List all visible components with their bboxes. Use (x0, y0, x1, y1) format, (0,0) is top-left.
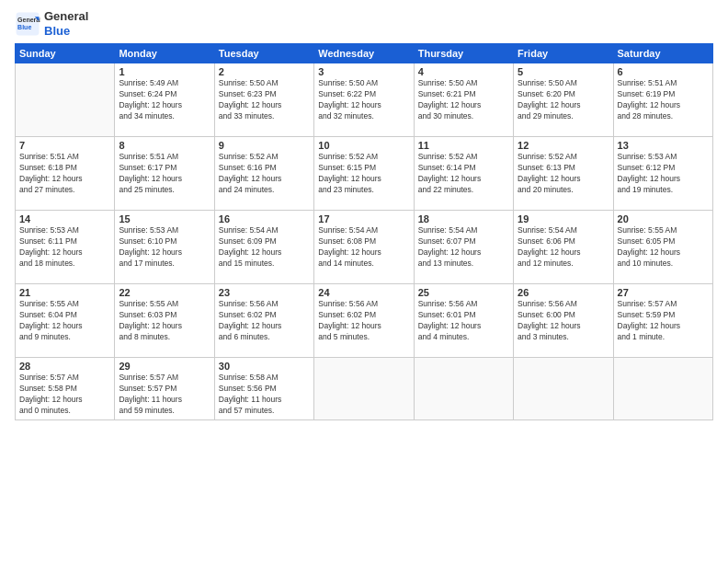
calendar-cell: 8Sunrise: 5:51 AMSunset: 6:17 PMDaylight… (115, 137, 214, 211)
calendar-cell: 27Sunrise: 5:57 AMSunset: 5:59 PMDayligh… (613, 284, 712, 358)
calendar-cell (16, 63, 115, 137)
calendar-cell: 30Sunrise: 5:58 AMSunset: 5:56 PMDayligh… (214, 358, 313, 420)
day-info: Sunrise: 5:51 AMSunset: 6:18 PMDaylight:… (19, 152, 110, 196)
day-info: Sunrise: 5:51 AMSunset: 6:17 PMDaylight:… (119, 152, 210, 196)
day-info: Sunrise: 5:54 AMSunset: 6:07 PMDaylight:… (418, 225, 509, 270)
day-info: Sunrise: 5:57 AMSunset: 5:57 PMDaylight:… (119, 373, 210, 417)
day-number: 23 (219, 287, 310, 298)
day-info: Sunrise: 5:53 AMSunset: 6:11 PMDaylight:… (19, 225, 110, 270)
day-number: 12 (518, 140, 609, 151)
day-number: 2 (219, 66, 310, 77)
calendar-cell (514, 358, 613, 420)
calendar-cell: 3Sunrise: 5:50 AMSunset: 6:22 PMDaylight… (314, 63, 414, 137)
calendar-cell: 17Sunrise: 5:54 AMSunset: 6:08 PMDayligh… (314, 211, 414, 284)
day-number: 25 (418, 287, 509, 298)
header-wednesday: Wednesday (314, 44, 414, 63)
day-number: 22 (119, 287, 210, 298)
day-info: Sunrise: 5:51 AMSunset: 6:19 PMDaylight:… (618, 78, 709, 122)
day-number: 15 (119, 213, 210, 224)
calendar-cell: 16Sunrise: 5:54 AMSunset: 6:09 PMDayligh… (214, 211, 313, 284)
day-number: 3 (318, 66, 409, 77)
calendar-cell: 12Sunrise: 5:52 AMSunset: 6:13 PMDayligh… (514, 137, 613, 211)
day-number: 26 (518, 287, 609, 298)
day-number: 19 (518, 213, 609, 224)
day-info: Sunrise: 5:55 AMSunset: 6:03 PMDaylight:… (119, 299, 210, 343)
day-info: Sunrise: 5:50 AMSunset: 6:23 PMDaylight:… (219, 78, 310, 122)
day-number: 4 (418, 66, 509, 77)
day-info: Sunrise: 5:53 AMSunset: 6:10 PMDaylight:… (119, 225, 210, 270)
day-info: Sunrise: 5:50 AMSunset: 6:22 PMDaylight:… (318, 78, 409, 122)
calendar-cell: 24Sunrise: 5:56 AMSunset: 6:02 PMDayligh… (314, 284, 414, 358)
day-number: 21 (19, 287, 110, 298)
calendar-cell: 6Sunrise: 5:51 AMSunset: 6:19 PMDaylight… (613, 63, 712, 137)
day-number: 13 (618, 140, 709, 151)
day-info: Sunrise: 5:50 AMSunset: 6:20 PMDaylight:… (518, 78, 609, 122)
day-number: 7 (19, 140, 110, 151)
svg-text:Blue: Blue (17, 24, 31, 30)
day-number: 16 (219, 213, 310, 224)
day-number: 9 (219, 140, 310, 151)
day-number: 5 (518, 66, 609, 77)
calendar-cell: 20Sunrise: 5:55 AMSunset: 6:05 PMDayligh… (613, 211, 712, 284)
day-info: Sunrise: 5:56 AMSunset: 6:02 PMDaylight:… (219, 299, 310, 343)
calendar-cell: 14Sunrise: 5:53 AMSunset: 6:11 PMDayligh… (16, 211, 115, 284)
day-number: 24 (318, 287, 409, 298)
day-number: 18 (418, 213, 509, 224)
logo-text: General Blue (44, 9, 88, 38)
logo-icon: General Blue (15, 11, 40, 37)
day-number: 29 (119, 361, 210, 372)
day-info: Sunrise: 5:56 AMSunset: 6:01 PMDaylight:… (418, 299, 509, 343)
day-info: Sunrise: 5:52 AMSunset: 6:16 PMDaylight:… (219, 152, 310, 196)
calendar-cell (314, 358, 414, 420)
calendar-cell: 18Sunrise: 5:54 AMSunset: 6:07 PMDayligh… (414, 211, 513, 284)
day-info: Sunrise: 5:54 AMSunset: 6:06 PMDaylight:… (518, 225, 609, 270)
day-number: 11 (418, 140, 509, 151)
day-number: 8 (119, 140, 210, 151)
logo: General Blue General Blue (15, 9, 88, 38)
calendar-cell (414, 358, 513, 420)
day-number: 6 (618, 66, 709, 77)
day-number: 30 (219, 361, 310, 372)
day-info: Sunrise: 5:54 AMSunset: 6:08 PMDaylight:… (318, 225, 409, 270)
day-info: Sunrise: 5:56 AMSunset: 6:00 PMDaylight:… (518, 299, 609, 343)
day-info: Sunrise: 5:55 AMSunset: 6:05 PMDaylight:… (618, 225, 709, 270)
day-info: Sunrise: 5:53 AMSunset: 6:12 PMDaylight:… (618, 152, 709, 196)
calendar: Sunday Monday Tuesday Wednesday Thursday… (15, 43, 713, 420)
day-info: Sunrise: 5:52 AMSunset: 6:15 PMDaylight:… (318, 152, 409, 196)
calendar-cell: 22Sunrise: 5:55 AMSunset: 6:03 PMDayligh… (115, 284, 214, 358)
calendar-cell: 19Sunrise: 5:54 AMSunset: 6:06 PMDayligh… (514, 211, 613, 284)
calendar-cell: 10Sunrise: 5:52 AMSunset: 6:15 PMDayligh… (314, 137, 414, 211)
calendar-cell: 11Sunrise: 5:52 AMSunset: 6:14 PMDayligh… (414, 137, 513, 211)
day-info: Sunrise: 5:54 AMSunset: 6:09 PMDaylight:… (219, 225, 310, 270)
header-sunday: Sunday (16, 44, 115, 63)
header-saturday: Saturday (613, 44, 712, 63)
day-number: 20 (618, 213, 709, 224)
day-number: 17 (318, 213, 409, 224)
header-tuesday: Tuesday (214, 44, 313, 63)
day-number: 28 (19, 361, 110, 372)
calendar-cell (613, 358, 712, 420)
calendar-cell: 7Sunrise: 5:51 AMSunset: 6:18 PMDaylight… (16, 137, 115, 211)
day-info: Sunrise: 5:56 AMSunset: 6:02 PMDaylight:… (318, 299, 409, 343)
calendar-cell: 1Sunrise: 5:49 AMSunset: 6:24 PMDaylight… (115, 63, 214, 137)
day-info: Sunrise: 5:52 AMSunset: 6:13 PMDaylight:… (518, 152, 609, 196)
calendar-cell: 29Sunrise: 5:57 AMSunset: 5:57 PMDayligh… (115, 358, 214, 420)
day-info: Sunrise: 5:58 AMSunset: 5:56 PMDaylight:… (219, 373, 310, 417)
calendar-cell: 25Sunrise: 5:56 AMSunset: 6:01 PMDayligh… (414, 284, 513, 358)
calendar-cell: 2Sunrise: 5:50 AMSunset: 6:23 PMDaylight… (214, 63, 313, 137)
calendar-cell: 9Sunrise: 5:52 AMSunset: 6:16 PMDaylight… (214, 137, 313, 211)
calendar-cell: 5Sunrise: 5:50 AMSunset: 6:20 PMDaylight… (514, 63, 613, 137)
calendar-cell: 23Sunrise: 5:56 AMSunset: 6:02 PMDayligh… (214, 284, 313, 358)
day-info: Sunrise: 5:50 AMSunset: 6:21 PMDaylight:… (418, 78, 509, 122)
day-info: Sunrise: 5:49 AMSunset: 6:24 PMDaylight:… (119, 78, 210, 122)
calendar-cell: 13Sunrise: 5:53 AMSunset: 6:12 PMDayligh… (613, 137, 712, 211)
calendar-cell: 21Sunrise: 5:55 AMSunset: 6:04 PMDayligh… (16, 284, 115, 358)
day-info: Sunrise: 5:55 AMSunset: 6:04 PMDaylight:… (19, 299, 110, 343)
day-info: Sunrise: 5:57 AMSunset: 5:58 PMDaylight:… (19, 373, 110, 417)
calendar-cell: 26Sunrise: 5:56 AMSunset: 6:00 PMDayligh… (514, 284, 613, 358)
day-info: Sunrise: 5:57 AMSunset: 5:59 PMDaylight:… (618, 299, 709, 343)
day-number: 1 (119, 66, 210, 77)
day-number: 27 (618, 287, 709, 298)
calendar-cell: 15Sunrise: 5:53 AMSunset: 6:10 PMDayligh… (115, 211, 214, 284)
day-number: 10 (318, 140, 409, 151)
